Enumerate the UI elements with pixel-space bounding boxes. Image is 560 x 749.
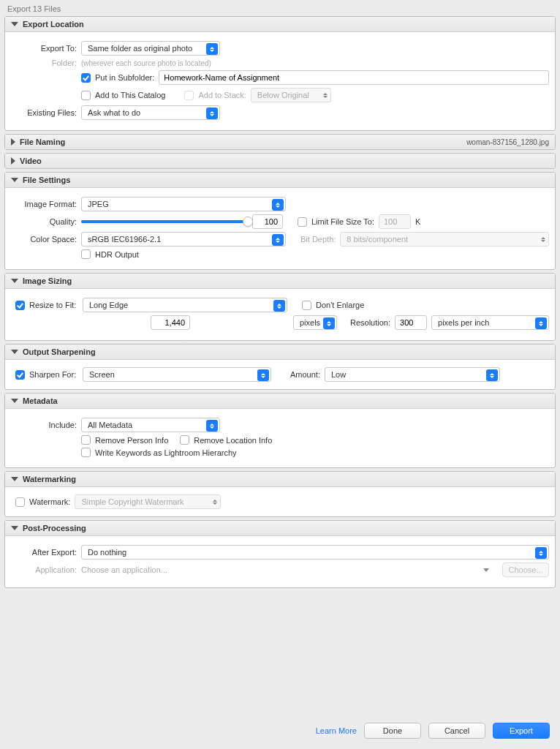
existing-files-label: Existing Files:: [11, 108, 77, 117]
watermark-checkbox[interactable]: [15, 497, 25, 507]
hdr-checkbox[interactable]: [81, 249, 91, 259]
limit-size-checkbox[interactable]: [298, 217, 307, 227]
quality-slider[interactable]: [81, 214, 248, 229]
add-to-stack-label: Add to Stack:: [198, 91, 246, 99]
chevron-icon: [541, 237, 545, 242]
amount-label: Amount:: [290, 370, 320, 379]
sharpen-select[interactable]: Screen: [83, 367, 271, 382]
section-title: Post-Processing: [23, 524, 86, 532]
panel-header-image-sizing[interactable]: Image Sizing: [5, 274, 555, 289]
section-title: Video: [20, 157, 42, 165]
panel-post-processing: Post-Processing After Export: Do nothing…: [4, 520, 556, 588]
chevron-icon: [486, 369, 498, 381]
dont-enlarge-checkbox[interactable]: [302, 301, 311, 310]
limit-unit: K: [415, 217, 420, 226]
panel-image-sizing: Image Sizing Resize to Fit: Long Edge Do…: [4, 273, 556, 341]
watermark-label: Watermark:: [29, 497, 70, 506]
add-to-catalog-label: Add to This Catalog: [95, 91, 165, 99]
add-to-stack-checkbox: [184, 91, 194, 100]
chevron-icon: [257, 369, 269, 381]
limit-size-input: [379, 214, 411, 229]
panel-header-post-processing[interactable]: Post-Processing: [5, 521, 555, 536]
panel-header-video[interactable]: Video: [5, 154, 555, 168]
existing-files-select[interactable]: Ask what to do: [81, 105, 220, 120]
amount-select[interactable]: Low: [325, 367, 500, 382]
hdr-label: HDR Output: [95, 250, 139, 259]
disclosure-icon: [11, 22, 18, 26]
quality-input[interactable]: [252, 214, 283, 229]
disclosure-icon: [11, 178, 18, 182]
image-format-label: Image Format:: [11, 200, 77, 208]
remove-person-checkbox[interactable]: [81, 435, 91, 445]
panel-header-file-settings[interactable]: File Settings: [5, 173, 555, 188]
stack-position-select: Below Original: [251, 88, 331, 102]
panel-file-naming: File Naming woman-837156_1280.jpg: [4, 134, 556, 150]
quality-label: Quality:: [11, 217, 77, 226]
disclosure-icon: [11, 279, 18, 283]
export-to-select[interactable]: Same folder as original photo: [81, 41, 220, 56]
resize-checkbox[interactable]: [15, 301, 25, 310]
chevron-icon: [323, 317, 335, 329]
footer: Learn More Done Cancel Export: [0, 715, 560, 749]
panel-header-watermarking[interactable]: Watermarking: [5, 472, 555, 487]
chevron-icon: [213, 500, 217, 505]
keywords-hierarchy-checkbox[interactable]: [81, 448, 91, 457]
panel-header-file-naming[interactable]: File Naming woman-837156_1280.jpg: [5, 135, 555, 149]
remove-location-checkbox[interactable]: [180, 435, 189, 445]
bit-depth-label: Bit Depth:: [300, 235, 336, 244]
section-title: File Settings: [23, 176, 70, 184]
sharpen-label: Sharpen For:: [29, 370, 78, 379]
color-space-select[interactable]: sRGB IEC61966-2.1: [81, 232, 286, 246]
remove-person-label: Remove Person Info: [95, 436, 168, 445]
add-to-catalog-checkbox[interactable]: [81, 91, 91, 100]
panel-header-output-sharpening[interactable]: Output Sharpening: [5, 345, 555, 360]
section-title: Image Sizing: [23, 276, 72, 285]
folder-note: (wherever each source photo is located): [81, 59, 211, 67]
section-title: Output Sharpening: [23, 347, 96, 356]
section-title: Export Location: [23, 20, 84, 29]
subfolder-input[interactable]: [159, 70, 549, 85]
dimension-unit-select[interactable]: pixels: [293, 315, 337, 330]
chevron-icon: [206, 43, 218, 55]
panel-header-metadata[interactable]: Metadata: [5, 394, 555, 409]
resolution-unit-select[interactable]: pixels per inch: [431, 315, 549, 330]
application-label: Application:: [11, 565, 77, 574]
choose-button: Choose...: [502, 562, 549, 577]
put-in-subfolder-label: Put in Subfolder:: [95, 73, 154, 82]
done-button[interactable]: Done: [364, 723, 421, 739]
chevron-icon: [206, 420, 218, 432]
dimension-input[interactable]: [151, 315, 190, 330]
sharpen-checkbox[interactable]: [15, 370, 25, 380]
window-title: Export 13 Files: [0, 0, 560, 16]
disclosure-icon: [11, 157, 15, 165]
panel-file-settings: File Settings Image Format: JPEG Quality…: [4, 172, 556, 270]
section-title: File Naming: [20, 138, 65, 146]
section-title: Metadata: [23, 396, 58, 405]
put-in-subfolder-checkbox[interactable]: [81, 73, 91, 83]
disclosure-icon: [11, 399, 18, 403]
chevron-down-icon: [483, 568, 489, 572]
after-export-select[interactable]: Do nothing: [81, 545, 549, 560]
chevron-icon: [272, 199, 284, 211]
application-placeholder: Choose an application...: [81, 565, 479, 574]
resize-select[interactable]: Long Edge: [83, 298, 287, 312]
export-button[interactable]: Export: [493, 723, 550, 739]
panel-export-location: Export Location Export To: Same folder a…: [4, 16, 556, 131]
image-format-select[interactable]: JPEG: [81, 197, 286, 211]
remove-location-label: Remove Location Info: [194, 436, 272, 445]
cancel-button[interactable]: Cancel: [428, 723, 485, 739]
chevron-icon: [273, 300, 285, 312]
color-space-label: Color Space:: [11, 235, 77, 244]
section-title: Watermarking: [23, 475, 76, 483]
learn-more-link[interactable]: Learn More: [316, 726, 357, 735]
keywords-label: Write Keywords as Lightroom Hierarchy: [95, 448, 237, 457]
watermark-select: Simple Copyright Watermark: [75, 494, 221, 509]
disclosure-icon: [11, 350, 18, 354]
panel-header-export-location[interactable]: Export Location: [5, 17, 555, 32]
chevron-icon: [206, 108, 218, 119]
include-select[interactable]: All Metadata: [81, 418, 220, 432]
panel-metadata: Metadata Include: All Metadata Remove Pe…: [4, 393, 556, 468]
limit-size-label: Limit File Size To:: [311, 217, 374, 226]
resolution-input[interactable]: [395, 315, 427, 330]
after-export-label: After Export:: [11, 548, 77, 557]
